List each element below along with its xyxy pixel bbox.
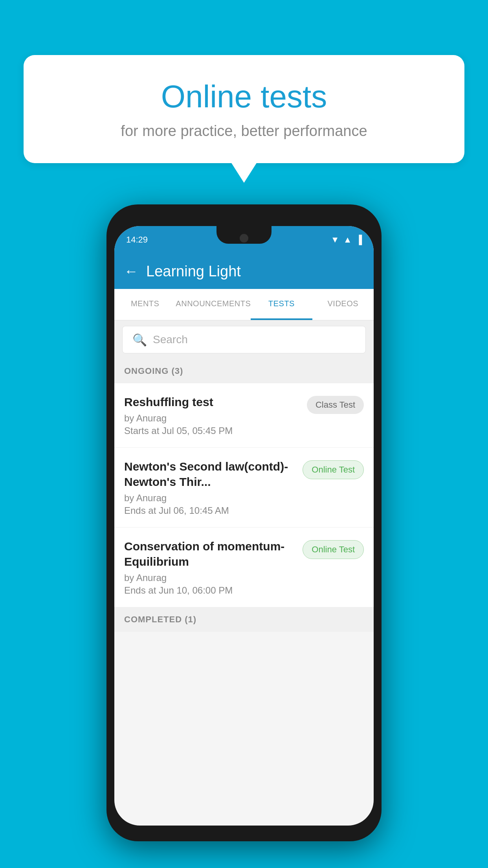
online-test-badge: Online Test xyxy=(303,540,364,559)
test-name: Newton's Second law(contd)-Newton's Thir… xyxy=(124,459,297,489)
speech-bubble-subtitle: for more practice, better performance xyxy=(55,123,433,140)
test-name: Conservation of momentum-Equilibrium xyxy=(124,539,297,569)
tabs-bar: MENTS ANNOUNCEMENTS TESTS VIDEOS xyxy=(114,289,374,320)
online-test-badge: Online Test xyxy=(303,460,364,479)
wifi-icon: ▼ xyxy=(331,235,339,245)
phone-notch xyxy=(216,226,272,244)
search-bar[interactable]: 🔍 Search xyxy=(122,326,366,353)
test-name: Reshuffling test xyxy=(124,394,301,410)
test-by: by Anurag xyxy=(124,493,297,504)
status-time: 14:29 xyxy=(126,235,148,245)
speech-bubble: Online tests for more practice, better p… xyxy=(24,55,464,163)
test-item-content: Conservation of momentum-Equilibrium by … xyxy=(124,539,297,596)
battery-icon: ▐ xyxy=(356,235,362,245)
camera-icon xyxy=(240,234,248,243)
completed-section-header: COMPLETED (1) xyxy=(114,607,374,632)
search-icon: 🔍 xyxy=(132,333,147,347)
back-button[interactable]: ← xyxy=(124,263,138,280)
test-item-content: Reshuffling test by Anurag Starts at Jul… xyxy=(124,394,301,436)
test-date: Ends at Jul 06, 10:45 AM xyxy=(124,505,297,516)
ongoing-section-header: ONGOING (3) xyxy=(114,359,374,383)
signal-icon: ▲ xyxy=(343,235,352,245)
test-by: by Anurag xyxy=(124,572,297,583)
tab-tests[interactable]: TESTS xyxy=(251,289,312,320)
search-container: 🔍 Search xyxy=(114,320,374,359)
speech-bubble-title: Online tests xyxy=(55,79,433,115)
phone-outer: 14:29 ▼ ▲ ▐ ← Learning Light MENTS ANNOU… xyxy=(106,204,382,841)
class-test-badge: Class Test xyxy=(307,396,364,414)
test-by: by Anurag xyxy=(124,413,301,424)
app-header: ← Learning Light xyxy=(114,254,374,289)
test-date: Starts at Jul 05, 05:45 PM xyxy=(124,425,301,436)
test-list: Reshuffling test by Anurag Starts at Jul… xyxy=(114,383,374,607)
search-placeholder: Search xyxy=(153,333,188,346)
test-item[interactable]: Conservation of momentum-Equilibrium by … xyxy=(114,528,374,607)
test-item-content: Newton's Second law(contd)-Newton's Thir… xyxy=(124,459,297,516)
tab-announcements[interactable]: ANNOUNCEMENTS xyxy=(176,289,251,320)
app-title: Learning Light xyxy=(146,263,241,280)
phone-screen: 14:29 ▼ ▲ ▐ ← Learning Light MENTS ANNOU… xyxy=(114,226,374,826)
tab-ments[interactable]: MENTS xyxy=(114,289,176,320)
test-item[interactable]: Newton's Second law(contd)-Newton's Thir… xyxy=(114,448,374,528)
phone-mockup: 14:29 ▼ ▲ ▐ ← Learning Light MENTS ANNOU… xyxy=(106,204,382,841)
status-icons: ▼ ▲ ▐ xyxy=(331,235,362,245)
test-item[interactable]: Reshuffling test by Anurag Starts at Jul… xyxy=(114,383,374,448)
speech-bubble-container: Online tests for more practice, better p… xyxy=(24,55,464,163)
tab-videos[interactable]: VIDEOS xyxy=(312,289,374,320)
test-date: Ends at Jun 10, 06:00 PM xyxy=(124,585,297,596)
